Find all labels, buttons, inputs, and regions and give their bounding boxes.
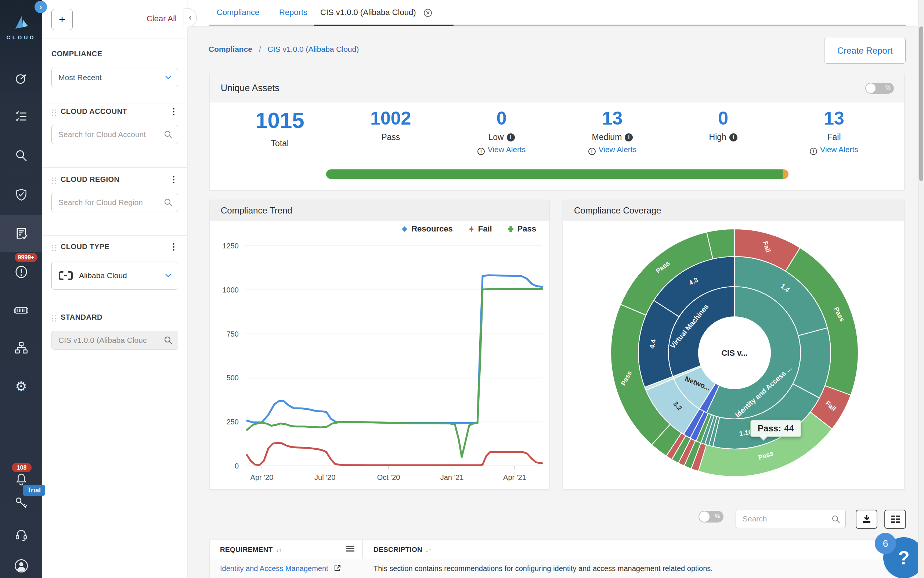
breadcrumb-separator: / — [259, 45, 261, 53]
unique-assets-header: Unique Assets % — [210, 73, 904, 102]
stat-total: 1015 Total — [224, 109, 335, 155]
cloud-account-search-input[interactable] — [52, 125, 178, 144]
sidebar-item-profile[interactable] — [0, 554, 42, 578]
coverage-sunburst-chart[interactable]: CIS v...Identity and Access ...Netwo...V… — [563, 221, 904, 489]
table-search-input[interactable] — [736, 510, 846, 528]
kebab-menu-icon[interactable] — [170, 242, 177, 253]
close-tab-icon[interactable] — [424, 8, 432, 17]
info-icon[interactable]: i — [507, 133, 515, 141]
standard-filter-input[interactable] — [52, 331, 178, 350]
view-alerts-link[interactable]: !View Alerts — [778, 145, 890, 155]
tooltip-value: 44 — [784, 423, 794, 433]
breadcrumb-current[interactable]: CIS v1.0.0 (Alibaba Cloud) — [268, 45, 359, 53]
svg-text:0: 0 — [235, 462, 239, 470]
toggle-knob — [699, 511, 710, 522]
alert-outline-icon: ! — [588, 148, 596, 155]
table-columns-icon — [890, 515, 900, 524]
tab-label: CIS v1.0.0 (Alibaba Cloud) — [320, 8, 416, 17]
cloud-type-dropdown[interactable]: Alibaba Cloud — [52, 261, 178, 289]
bell-icon — [14, 472, 28, 486]
shield-check-icon — [14, 188, 28, 202]
divider — [42, 39, 187, 39]
gauge-icon — [14, 71, 28, 85]
page-scrollbar[interactable] — [918, 0, 924, 578]
stat-value: 13 — [557, 109, 668, 128]
tab-compliance[interactable]: Compliance — [217, 0, 259, 25]
column-header-description[interactable]: DESCRIPTION↓↑ — [374, 540, 432, 559]
sort-dropdown[interactable]: Most Recent — [52, 68, 178, 87]
kebab-menu-icon[interactable] — [170, 107, 177, 118]
tab-cis-standard[interactable]: CIS v1.0.0 (Alibaba Cloud) — [320, 0, 432, 25]
drag-handle-icon[interactable] — [52, 315, 57, 322]
sidebar-item-investigate[interactable] — [0, 144, 42, 167]
breadcrumb-compliance[interactable]: Compliance — [209, 45, 252, 53]
alert-outline-icon: ! — [810, 148, 817, 155]
notifications-count-badge: 108 — [12, 463, 32, 472]
table-percent-toggle[interactable]: % — [699, 511, 723, 523]
search-nav-icon — [14, 149, 28, 163]
filter-panel: + Clear All COMPLIANCE Most Recent CLOUD… — [42, 0, 187, 578]
create-report-button[interactable]: Create Report — [824, 38, 906, 63]
alerts-count-badge: 9999+ — [15, 253, 37, 262]
cloud-type-value: Alibaba Cloud — [79, 271, 165, 280]
sidebar-item-policies[interactable] — [0, 104, 42, 128]
cloud-region-search-input[interactable] — [52, 193, 178, 212]
stat-label: Total — [224, 138, 335, 148]
sidebar-item-alerts[interactable] — [0, 260, 42, 284]
description-cell: This section contains recommendations fo… — [374, 564, 713, 573]
compliance-report-icon — [14, 226, 29, 241]
sort-dropdown-value: Most Recent — [58, 73, 165, 82]
alert-circle-icon — [14, 264, 29, 280]
drag-handle-icon[interactable] — [52, 177, 57, 184]
key-icon — [14, 496, 28, 510]
clear-all-filters-button[interactable]: Clear All — [147, 14, 176, 24]
sidebar-item-settings[interactable]: ⚙ — [0, 375, 42, 398]
percent-toggle[interactable]: % — [865, 83, 894, 94]
section-title: CLOUD REGION — [61, 175, 119, 184]
chevron-down-icon — [165, 274, 171, 278]
scrollbar-thumb[interactable] — [919, 26, 923, 181]
add-filter-button[interactable]: + — [52, 9, 73, 30]
sidebar-item-security[interactable] — [0, 183, 42, 206]
view-alerts-link[interactable]: !View Alerts — [446, 145, 557, 155]
column-header-requirement[interactable]: REQUIREMENT↓↑ — [220, 540, 282, 559]
divider — [42, 104, 187, 104]
drag-handle-icon[interactable] — [52, 109, 57, 116]
sidebar-item-support[interactable] — [0, 523, 42, 547]
filter-group-title: COMPLIANCE — [52, 50, 102, 58]
divider — [42, 167, 187, 167]
download-icon — [862, 515, 872, 524]
sidebar-item-dashboard[interactable] — [0, 67, 42, 90]
download-button[interactable] — [856, 510, 877, 529]
tab-reports[interactable]: Reports — [279, 0, 307, 25]
sidebar-expand-button[interactable]: › — [34, 1, 47, 13]
stat-value: 1015 — [224, 109, 335, 133]
filter-section-cloud-region: CLOUD REGION — [42, 175, 187, 186]
divider — [42, 307, 187, 307]
info-icon[interactable]: i — [625, 133, 633, 141]
section-title: CLOUD TYPE — [61, 242, 110, 251]
sidebar-item-compliance-active[interactable] — [0, 215, 42, 252]
view-alerts-link[interactable]: !View Alerts — [557, 145, 668, 155]
kebab-menu-icon[interactable] — [170, 175, 177, 185]
column-menu-icon[interactable] — [346, 546, 354, 553]
sort-icons[interactable]: ↓↑ — [425, 547, 432, 553]
stat-label: Lowi — [446, 132, 557, 142]
column-settings-button[interactable] — [884, 510, 906, 529]
svg-text:Apr '20: Apr '20 — [251, 473, 273, 481]
svg-text:500: 500 — [227, 374, 239, 382]
info-icon[interactable]: i — [729, 133, 738, 141]
gear-icon: ⚙ — [15, 379, 27, 394]
external-link-icon — [334, 564, 341, 572]
pass-fail-progress-bar — [326, 169, 788, 179]
prisma-cloud-logo[interactable]: CLOUD — [0, 15, 42, 41]
svg-text:4.4: 4.4 — [648, 339, 657, 349]
sidebar-item-network[interactable] — [0, 336, 42, 360]
drag-handle-icon[interactable] — [52, 245, 57, 251]
requirement-link[interactable]: Identity and Access Management — [220, 564, 341, 573]
sort-icons[interactable]: ↓↑ — [276, 547, 282, 553]
tooltip-label: Pass: — [757, 423, 781, 433]
tab-bar: Compliance Reports CIS v1.0.0 (Alibaba C… — [187, 0, 924, 26]
table-row: Identity and Access Management This sect… — [210, 559, 905, 578]
sidebar-item-compute[interactable] — [0, 299, 42, 322]
